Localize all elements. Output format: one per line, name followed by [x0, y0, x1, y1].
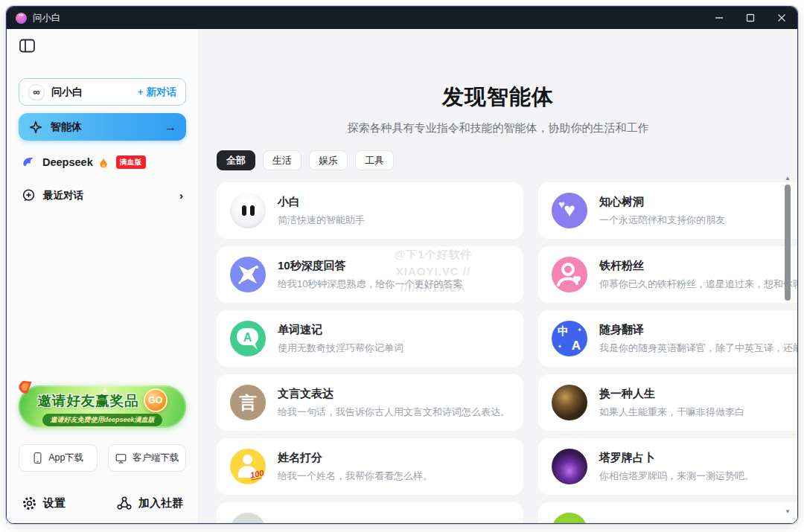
card-title: 单词速记 [278, 323, 403, 337]
agent-card-name-score[interactable]: 100 姓名打分 给我一个姓名，我帮你看看怎么样。 [217, 438, 523, 495]
scroll-down-icon[interactable]: ▼ [785, 508, 791, 516]
sidebar-toggle-button[interactable] [19, 38, 36, 54]
card-desc: 仰慕你已久的铁杆粉丝，追星追过来，想和你聊聊 [599, 278, 797, 291]
partial-gray-icon [230, 513, 266, 524]
speech-bubble-a-icon: A [230, 321, 266, 356]
partial-green-icon [552, 513, 587, 524]
app-download-label: App下载 [48, 452, 83, 464]
maximize-icon [746, 13, 755, 22]
scrollbar-track[interactable] [783, 182, 792, 508]
card-desc: 我是你的随身英语翻译官，除了中英互译，还能纠正你... [599, 342, 797, 355]
card-title: 小白 [278, 195, 365, 209]
yan-glyph-icon: 言 [230, 385, 266, 420]
settings-label: 设置 [43, 496, 66, 510]
card-title: 文言文表达 [278, 387, 510, 401]
join-community-button[interactable]: 加入社群 [116, 496, 183, 511]
maximize-button[interactable] [735, 7, 766, 29]
card-desc: 一个永远陪伴和支持你的朋友 [599, 214, 725, 227]
card-title: 知心树洞 [599, 195, 725, 209]
sidebar-item-deepseek[interactable]: Deepseek 满血版 [19, 156, 186, 169]
panel-toggle-icon [19, 38, 36, 54]
agent-card-shudong[interactable]: ♥♥ 知心树洞 一个永远陪伴和支持你的朋友 [538, 182, 797, 239]
card-desc: 使用无数奇技淫巧帮你记单词 [278, 342, 403, 355]
app-window: 问小白 ∞ 问小白 + 新对话 [6, 6, 798, 524]
agent-card-deep-answer[interactable]: 10秒深度回答 给我10秒钟深思熟虑，给你一个更好的答案 [217, 246, 523, 303]
wenxiaobai-icon: ∞ [28, 84, 45, 100]
titlebar: 问小白 [7, 7, 797, 29]
card-desc: 给我10秒钟深思熟虑，给你一个更好的答案 [278, 278, 462, 291]
card-title: 换一种人生 [599, 387, 744, 401]
translate-zh-a-icon: 中A✦✦ [552, 321, 587, 356]
app-download-button[interactable]: App下载 [19, 444, 98, 472]
chevron-right-icon: › [179, 189, 183, 202]
agent-card-classical[interactable]: 言 文言文表达 给我一句话，我告诉你古人用文言文和诗词怎么表达。 [217, 374, 523, 431]
join-community-label: 加入社群 [138, 496, 183, 510]
close-icon [777, 13, 786, 22]
card-title: 塔罗牌占卜 [599, 451, 754, 465]
filter-chip-fun[interactable]: 娱乐 [309, 150, 348, 170]
xiaobai-pause-eyes-icon [230, 193, 266, 228]
monitor-icon [115, 452, 127, 464]
card-title: 随身翻译 [599, 323, 797, 337]
minimize-button[interactable] [704, 7, 735, 29]
banner-title: 邀请好友赢奖品 [37, 391, 139, 410]
svg-text:A: A [243, 331, 252, 344]
banner-subtitle: 邀请好友免费使用deepseek满血版 [42, 414, 162, 426]
agent-card-tarot[interactable]: 塔罗牌占卜 你相信塔罗牌吗，来测一测运势吧。 [538, 438, 797, 495]
sparkle-decoration: ✦ [102, 387, 108, 395]
card-desc: 你相信塔罗牌吗，来测一测运势吧。 [599, 469, 754, 483]
minimize-icon [715, 13, 724, 22]
scrollbar-thumb[interactable] [785, 185, 791, 301]
go-button[interactable]: GO [144, 388, 168, 412]
new-chat-label: 问小白 [51, 86, 83, 99]
circle-plus-icon [22, 188, 36, 202]
deepseek-whale-icon [22, 156, 36, 168]
agent-card-fans[interactable]: 铁杆粉丝 仰慕你已久的铁杆粉丝，追星追过来，想和你聊聊 [538, 246, 797, 303]
page-subtitle: 探索各种具有专业指令和技能的智能体，协助你的生活和工作 [199, 121, 797, 135]
client-download-button[interactable]: 客户端下载 [108, 444, 187, 472]
card-desc: 给我一句话，我告诉你古人用文言文和诗词怎么表达。 [278, 406, 510, 419]
arrow-right-icon: → [165, 121, 176, 134]
card-desc: 给我一个姓名，我帮你看看怎么样。 [278, 469, 433, 483]
sidebar-item-agents[interactable]: 智能体 → [19, 113, 186, 141]
filter-chip-life[interactable]: 生活 [263, 150, 302, 170]
page-title: 发现智能体 [199, 29, 797, 112]
agent-card-translate[interactable]: 中A✦✦ 随身翻译 我是你的随身英语翻译官，除了中英互译，还能纠正你... [538, 310, 797, 367]
sparkle-icon [28, 120, 43, 135]
main-content: 发现智能体 探索各种具有专业指令和技能的智能体，协助你的生活和工作 全部 生活 … [199, 29, 797, 524]
new-chat-button[interactable]: ∞ 问小白 + 新对话 [19, 78, 186, 106]
agent-card-partial-left[interactable] [217, 502, 523, 524]
close-button[interactable] [766, 7, 797, 29]
settings-button[interactable]: 设置 [22, 496, 66, 511]
agent-grid: 小白 简洁快速的智能助手 ♥♥ 知心树洞 一个永远陪伴和支持你的朋友 [217, 182, 776, 524]
sidebar: ∞ 问小白 + 新对话 智能体 → Deepseek [7, 29, 199, 524]
deepseek-badge: 满血版 [116, 156, 146, 169]
gear-icon [22, 496, 37, 511]
agent-card-another-life[interactable]: 换一种人生 如果人生能重来，干嘛非得做李白 [538, 374, 797, 431]
card-desc: 简洁快速的智能助手 [278, 214, 365, 227]
client-download-label: 客户端下载 [133, 452, 179, 464]
card-title: 姓名打分 [278, 451, 433, 465]
agent-card-partial-right[interactable] [538, 502, 797, 524]
double-heart-icon: ♥♥ [552, 193, 587, 228]
horn-icon [15, 376, 38, 398]
filter-chip-all[interactable]: 全部 [217, 150, 255, 170]
app-logo-icon [16, 13, 27, 24]
new-chat-action[interactable]: + 新对话 [138, 86, 176, 99]
card-title: 10秒深度回答 [278, 259, 462, 273]
deepseek-label: Deepseek [42, 156, 93, 168]
filter-chip-tools[interactable]: 工具 [355, 150, 394, 170]
golden-portrait-photo-icon [552, 385, 587, 420]
card-title: 铁杆粉丝 [599, 259, 797, 273]
agent-card-xiaobai[interactable]: 小白 简洁快速的智能助手 [217, 182, 523, 239]
community-icon [116, 496, 133, 511]
invite-banner[interactable]: ✦ 邀请好友赢奖品 GO 邀请好友免费使用deepseek满血版 [19, 385, 186, 428]
phone-icon [32, 452, 43, 464]
card-desc: 如果人生能重来，干嘛非得做李白 [599, 406, 744, 419]
agent-card-words[interactable]: A 单词速记 使用无数奇技淫巧帮你记单词 [217, 310, 523, 367]
sidebar-item-recent-chats[interactable]: 最近对话 › [19, 188, 186, 202]
scrollbar[interactable]: ▲ ▼ [783, 175, 792, 516]
scroll-up-icon[interactable]: ▲ [785, 175, 791, 182]
fan-person-heart-icon [552, 257, 587, 292]
flame-icon [98, 156, 109, 169]
